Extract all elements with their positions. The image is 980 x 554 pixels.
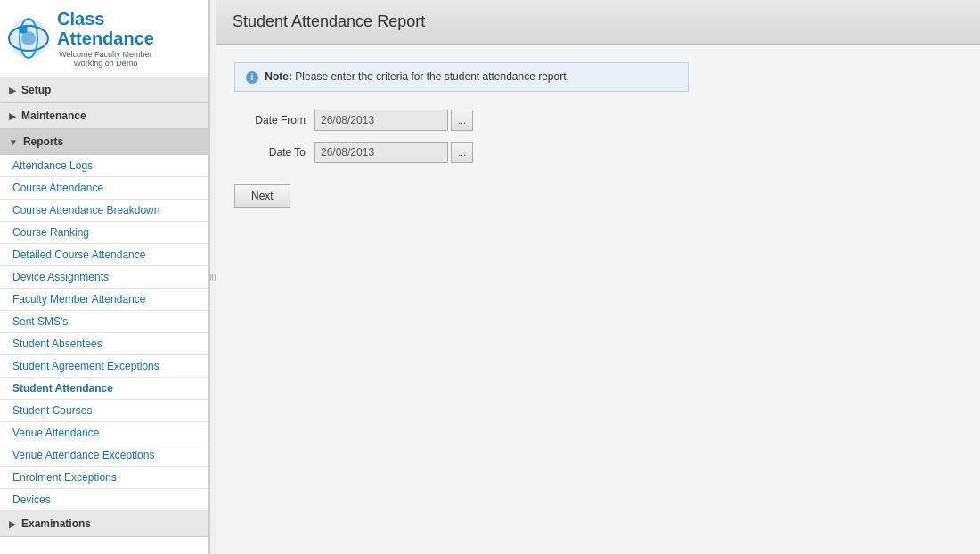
date-to-input[interactable] xyxy=(314,142,448,163)
examinations-arrow-icon: ▶ xyxy=(9,519,16,529)
main-content: Student Attendance Report i Note: Please… xyxy=(216,0,980,554)
setup-label: Setup xyxy=(21,84,51,96)
maintenance-arrow-icon: ▶ xyxy=(9,111,16,121)
sidebar-group-setup[interactable]: ▶ Setup xyxy=(0,77,208,103)
date-from-picker-button[interactable]: ... xyxy=(451,110,473,131)
reports-arrow-icon: ▼ xyxy=(9,137,18,147)
nav-item-sent-sms[interactable]: Sent SMS's xyxy=(0,311,208,333)
nav-item-course-attendance[interactable]: Course Attendance xyxy=(0,177,208,200)
drag-handle[interactable] xyxy=(209,0,216,554)
date-to-picker-button[interactable]: ... xyxy=(451,142,473,163)
nav-item-enrolment-exceptions[interactable]: Enrolment Exceptions xyxy=(0,467,208,489)
note-text: Please enter the criteria for the studen… xyxy=(295,70,569,83)
reports-label: Reports xyxy=(23,135,63,148)
sidebar-group-examinations[interactable]: ▶ Examinations xyxy=(0,511,208,537)
date-from-label: Date From xyxy=(234,114,306,126)
nav-item-venue-attendance-exceptions[interactable]: Venue Attendance Exceptions xyxy=(0,444,208,467)
sidebar: Class Attendance Welcome Faculty Member … xyxy=(0,0,209,554)
examinations-label: Examinations xyxy=(21,517,91,530)
app-subtitle: Welcome Faculty Member Working on Demo xyxy=(57,50,154,68)
nav-item-faculty-member-attendance[interactable]: Faculty Member Attendance xyxy=(0,289,208,311)
nav-item-student-absentees[interactable]: Student Absentees xyxy=(0,333,208,355)
note-label: Note: xyxy=(265,70,292,83)
next-row: Next xyxy=(234,175,962,208)
nav-item-detailed-course-attendance[interactable]: Detailed Course Attendance xyxy=(0,244,208,266)
app-title: Class Attendance xyxy=(57,9,154,48)
app-title-block: Class Attendance Welcome Faculty Member … xyxy=(57,9,154,68)
page-content: i Note: Please enter the criteria for th… xyxy=(216,45,980,554)
date-from-row: Date From ... xyxy=(234,110,962,131)
logo-icon xyxy=(7,17,50,60)
maintenance-label: Maintenance xyxy=(21,110,86,122)
next-button[interactable]: Next xyxy=(234,184,290,208)
nav-item-attendance-logs[interactable]: Attendance Logs xyxy=(0,155,208,177)
page-header: Student Attendance Report xyxy=(216,0,980,45)
nav-item-student-courses[interactable]: Student Courses xyxy=(0,400,208,422)
sidebar-scroll[interactable]: ▶ Setup ▶ Maintenance ▼ Reports Attendan… xyxy=(0,77,208,554)
nav-item-course-attendance-breakdown[interactable]: Course Attendance Breakdown xyxy=(0,200,208,222)
page-title: Student Attendance Report xyxy=(233,12,425,30)
svg-marker-5 xyxy=(20,26,27,33)
sidebar-header: Class Attendance Welcome Faculty Member … xyxy=(0,0,208,77)
info-icon: i xyxy=(246,71,258,84)
note-box: i Note: Please enter the criteria for th… xyxy=(234,62,689,92)
nav-item-student-agreement-exceptions[interactable]: Student Agreement Exceptions xyxy=(0,355,208,378)
sidebar-group-maintenance[interactable]: ▶ Maintenance xyxy=(0,103,208,129)
nav-item-student-attendance[interactable]: Student Attendance xyxy=(0,378,208,400)
nav-item-venue-attendance[interactable]: Venue Attendance xyxy=(0,422,208,444)
nav-item-devices[interactable]: Devices xyxy=(0,489,208,511)
date-to-row: Date To ... xyxy=(234,142,962,163)
nav-item-device-assignments[interactable]: Device Assignments xyxy=(0,266,208,289)
date-to-label: Date To xyxy=(234,146,306,159)
sidebar-group-reports[interactable]: ▼ Reports xyxy=(0,129,208,155)
nav-item-course-ranking[interactable]: Course Ranking xyxy=(0,222,208,244)
setup-arrow-icon: ▶ xyxy=(9,86,16,95)
date-from-input[interactable] xyxy=(314,110,448,131)
